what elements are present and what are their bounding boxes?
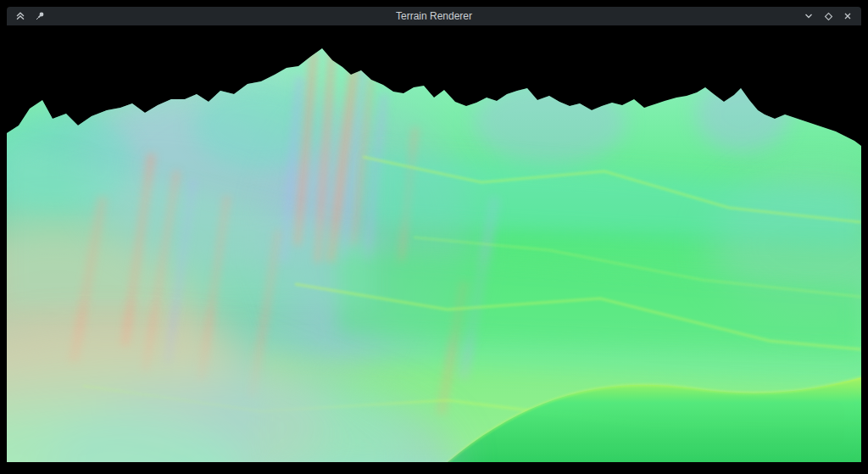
keep-above-button[interactable]: [14, 10, 26, 22]
pin-icon: [35, 11, 45, 21]
close-icon: [843, 11, 853, 21]
keep-above-icon: [15, 11, 25, 21]
chevron-down-icon: [804, 11, 814, 21]
minimize-button[interactable]: [803, 10, 815, 22]
terrain-renderer-window: Terrain Renderer: [7, 7, 861, 462]
terrain-viewport[interactable]: [7, 25, 861, 462]
maximize-button[interactable]: [822, 10, 834, 22]
titlebar[interactable]: Terrain Renderer: [7, 7, 861, 25]
titlebar-right-buttons: [803, 10, 854, 22]
diamond-icon: [823, 11, 834, 22]
window-title: Terrain Renderer: [7, 7, 861, 25]
close-button[interactable]: [842, 10, 854, 22]
terrain-render: [7, 25, 861, 462]
titlebar-left-buttons: [14, 10, 46, 22]
pin-button[interactable]: [34, 10, 46, 22]
